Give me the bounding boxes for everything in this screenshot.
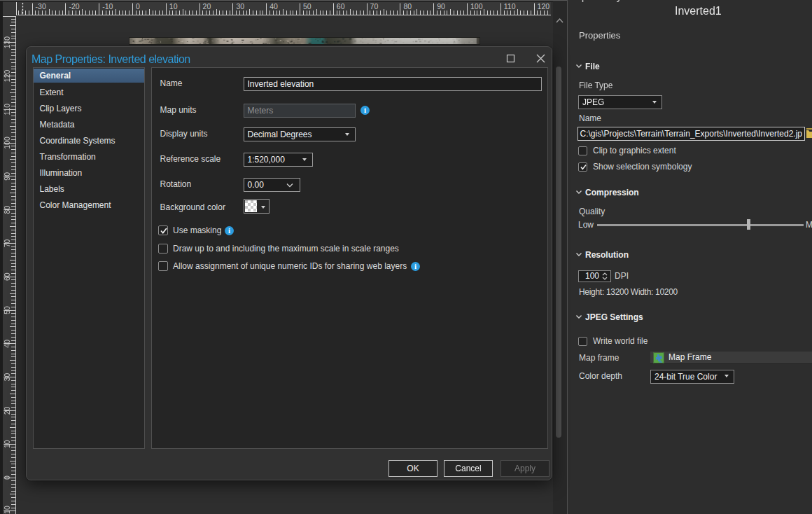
svg-text:110: 110 — [3, 104, 11, 116]
svg-text:50: 50 — [3, 306, 11, 314]
svg-text:30: 30 — [236, 2, 244, 11]
svg-text:0: 0 — [136, 2, 140, 11]
svg-text:10: 10 — [3, 440, 11, 448]
svg-text:-30: -30 — [35, 2, 46, 11]
svg-text:40: 40 — [3, 340, 11, 348]
svg-text:20: 20 — [3, 406, 11, 415]
svg-text:-10: -10 — [102, 2, 113, 11]
svg-text:100: 100 — [470, 2, 483, 11]
svg-text:70: 70 — [3, 239, 11, 247]
svg-text:90: 90 — [437, 2, 445, 11]
svg-text:70: 70 — [370, 2, 378, 11]
svg-text:60: 60 — [3, 272, 11, 281]
svg-text:80: 80 — [403, 2, 412, 11]
svg-text:120: 120 — [3, 69, 11, 82]
svg-text:130: 130 — [3, 36, 11, 49]
svg-text:120: 120 — [537, 2, 550, 11]
svg-text:90: 90 — [3, 172, 11, 181]
svg-text:20: 20 — [202, 2, 211, 11]
svg-text:60: 60 — [336, 2, 344, 11]
svg-text:80: 80 — [3, 206, 11, 214]
svg-text:-10: -10 — [3, 506, 11, 514]
svg-text:0: 0 — [3, 475, 11, 480]
svg-text:110: 110 — [503, 2, 515, 11]
svg-text:40: 40 — [270, 2, 278, 11]
svg-text:100: 100 — [3, 137, 11, 149]
svg-text:-20: -20 — [69, 2, 79, 11]
svg-text:30: 30 — [3, 373, 11, 382]
svg-text:10: 10 — [169, 2, 177, 11]
svg-text:50: 50 — [303, 2, 312, 11]
